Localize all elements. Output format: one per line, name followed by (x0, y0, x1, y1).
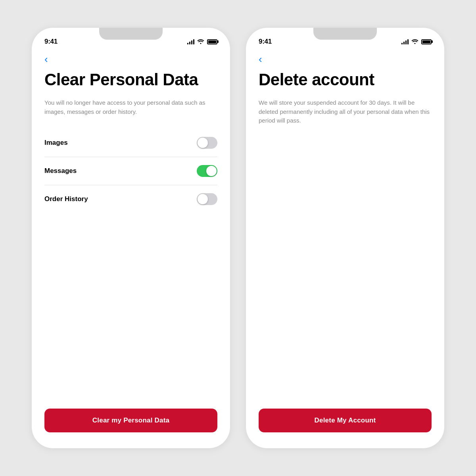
status-icons-1 (187, 38, 217, 45)
bottom-button-area-1: Clear my Personal Data (44, 402, 217, 436)
page-title-2: Delete account (259, 71, 432, 89)
notch-2 (313, 28, 377, 40)
toggle-row-images: Images (44, 129, 217, 157)
toggle-knob-order-history (198, 194, 208, 204)
phone-screen-1: 9:41 (32, 28, 230, 448)
content-2: ‹ Delete account We will store your susp… (246, 50, 444, 448)
toggle-knob-messages (206, 166, 217, 176)
page-description-1: You will no longer have access to your p… (44, 98, 217, 116)
back-button-1[interactable]: ‹ (44, 54, 57, 64)
back-button-2[interactable]: ‹ (259, 54, 271, 64)
delete-my-account-button[interactable]: Delete My Account (259, 409, 432, 432)
signal-icon-1 (187, 39, 194, 44)
bottom-button-area-2: Delete My Account (259, 402, 432, 436)
content-1: ‹ Clear Personal Data You will no longer… (32, 50, 230, 448)
page-title-1: Clear Personal Data (44, 71, 217, 89)
toggle-label-images: Images (44, 139, 68, 147)
toggle-knob-images (198, 138, 208, 148)
battery-icon-2 (421, 39, 432, 44)
wifi-icon-1 (197, 38, 204, 45)
status-icons-2 (401, 38, 432, 45)
empty-section-2 (259, 138, 432, 402)
toggle-label-messages: Messages (44, 167, 77, 175)
toggle-switch-messages[interactable] (197, 165, 217, 177)
toggle-section: Images Messages Order History (44, 129, 217, 402)
phone-screen-2: 9:41 (246, 28, 444, 448)
status-time-2: 9:41 (259, 38, 272, 46)
wifi-icon-2 (411, 38, 418, 45)
toggle-switch-images[interactable] (197, 137, 217, 149)
toggle-row-order-history: Order History (44, 185, 217, 213)
notch-1 (99, 28, 163, 40)
toggle-row-messages: Messages (44, 157, 217, 185)
clear-personal-data-button[interactable]: Clear my Personal Data (44, 409, 217, 432)
app-container: 9:41 (32, 28, 444, 448)
page-description-2: We will store your suspended account for… (259, 98, 432, 125)
toggle-label-order-history: Order History (44, 195, 88, 203)
status-time-1: 9:41 (44, 38, 58, 46)
toggle-switch-order-history[interactable] (197, 193, 217, 205)
battery-icon-1 (207, 39, 217, 44)
signal-icon-2 (401, 39, 409, 44)
